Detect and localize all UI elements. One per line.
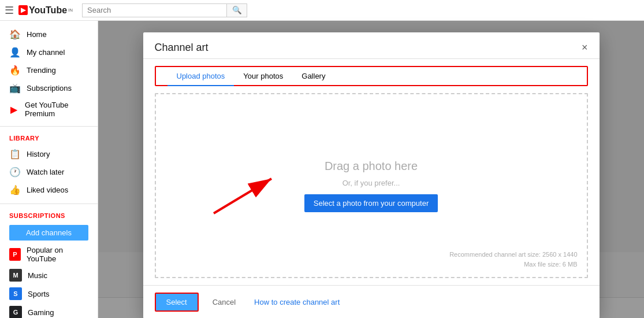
library-section-label: LIBRARY <box>0 131 98 145</box>
popular-icon: P <box>9 248 21 261</box>
sports-icon: S <box>9 287 22 300</box>
watch-later-icon: 🕐 <box>9 167 20 178</box>
premium-icon: ▶ <box>9 104 18 115</box>
modal-tabs: Upload photos Your photos Gallery <box>155 66 588 86</box>
footer-cancel-button[interactable]: Cancel <box>206 294 243 310</box>
sidebar-item-home[interactable]: 🏠 Home <box>0 25 98 43</box>
drag-text: Drag a photo here <box>325 160 418 173</box>
sidebar-item-history[interactable]: 📋 History <box>0 145 98 163</box>
sidebar-label-my-channel: My channel <box>27 48 65 57</box>
footer-select-button[interactable]: Select <box>155 293 199 312</box>
sidebar-item-premium[interactable]: ▶ Get YouTube Premium <box>0 97 98 121</box>
sidebar-label-history: History <box>27 150 50 158</box>
person-icon: 👤 <box>9 47 20 58</box>
sidebar-item-watch-later[interactable]: 🕐 Watch later <box>0 163 98 181</box>
liked-icon: 👍 <box>9 184 20 195</box>
sidebar-label-music: Music <box>28 271 47 280</box>
home-icon: 🏠 <box>9 29 20 40</box>
sidebar-label-gaming: Gaming <box>28 308 54 317</box>
add-channels-button[interactable]: Add channels <box>9 225 88 241</box>
sidebar-label-popular: Popular on YouTube <box>27 246 88 263</box>
sidebar-item-subscriptions[interactable]: 📺 Subscriptions <box>0 79 98 97</box>
sidebar-divider-2 <box>0 204 98 204</box>
sidebar-item-my-channel[interactable]: 👤 My channel <box>0 43 98 61</box>
tab-gallery[interactable]: Gallery <box>292 67 334 86</box>
modal-title: Channel art <box>155 42 209 54</box>
search-button[interactable]: 🔍 <box>226 3 247 17</box>
logo-sup: IN <box>68 8 73 13</box>
history-icon: 📋 <box>9 149 20 160</box>
select-photo-button[interactable]: Select a photo from your computer <box>304 194 438 212</box>
modal-footer: Select Cancel How to create channel art <box>143 285 600 318</box>
modal-close-button[interactable]: × <box>582 42 588 54</box>
youtube-logo[interactable]: ▶ YouTubeIN <box>18 5 73 16</box>
topnav-left: ☰ ▶ YouTubeIN <box>5 4 73 17</box>
modal-header: Channel art × <box>143 32 600 59</box>
modal-overlay: Channel art × Upload photos Your photos … <box>98 21 644 318</box>
subscriptions-section-label: SUBSCRIPTIONS <box>0 209 98 223</box>
gaming-icon: G <box>9 306 22 318</box>
sidebar: 🏠 Home 👤 My channel 🔥 Trending 📺 Subscri… <box>0 21 98 318</box>
sidebar-item-sports[interactable]: S Sports <box>0 284 98 303</box>
yt-icon: ▶ <box>18 5 28 15</box>
sidebar-label-watch-later: Watch later <box>27 168 64 176</box>
or-prefer-text: Or, if you prefer... <box>343 179 400 187</box>
svg-line-1 <box>214 179 271 213</box>
how-to-link[interactable]: How to create channel art <box>254 298 340 306</box>
search-input[interactable] <box>82 3 226 17</box>
arrow-graphic <box>202 167 289 219</box>
sidebar-label-trending: Trending <box>27 66 56 75</box>
sidebar-divider-1 <box>0 126 98 127</box>
sidebar-item-music[interactable]: M Music <box>0 266 98 284</box>
tab-your-photos[interactable]: Your photos <box>234 67 292 86</box>
sidebar-label-home: Home <box>27 30 47 39</box>
upload-drop-area[interactable]: Drag a photo here Or, if you prefer... S… <box>155 93 588 278</box>
tab-upload-photos[interactable]: Upload photos <box>167 67 234 86</box>
search-icon: 🔍 <box>232 6 242 14</box>
sidebar-label-liked: Liked videos <box>27 186 68 194</box>
subscriptions-icon: 📺 <box>9 83 20 94</box>
sidebar-label-sports: Sports <box>28 290 50 298</box>
music-icon: M <box>9 269 22 282</box>
sidebar-item-gaming[interactable]: G Gaming <box>0 303 98 318</box>
sidebar-label-premium: Get YouTube Premium <box>25 101 88 118</box>
sidebar-item-popular[interactable]: P Popular on YouTube <box>0 243 98 266</box>
hamburger-icon[interactable]: ☰ <box>5 4 14 17</box>
recommendation-text: Recommended channel art size: 2560 x 144… <box>449 250 577 270</box>
sidebar-item-trending[interactable]: 🔥 Trending <box>0 61 98 79</box>
sidebar-item-liked-videos[interactable]: 👍 Liked videos <box>0 181 98 199</box>
logo-text: YouTube <box>29 5 67 16</box>
trending-icon: 🔥 <box>9 65 20 76</box>
topnav: ☰ ▶ YouTubeIN 🔍 <box>0 0 644 21</box>
sidebar-label-subscriptions: Subscriptions <box>27 84 72 93</box>
channel-art-modal: Channel art × Upload photos Your photos … <box>143 32 600 318</box>
search-bar: 🔍 <box>82 3 247 17</box>
